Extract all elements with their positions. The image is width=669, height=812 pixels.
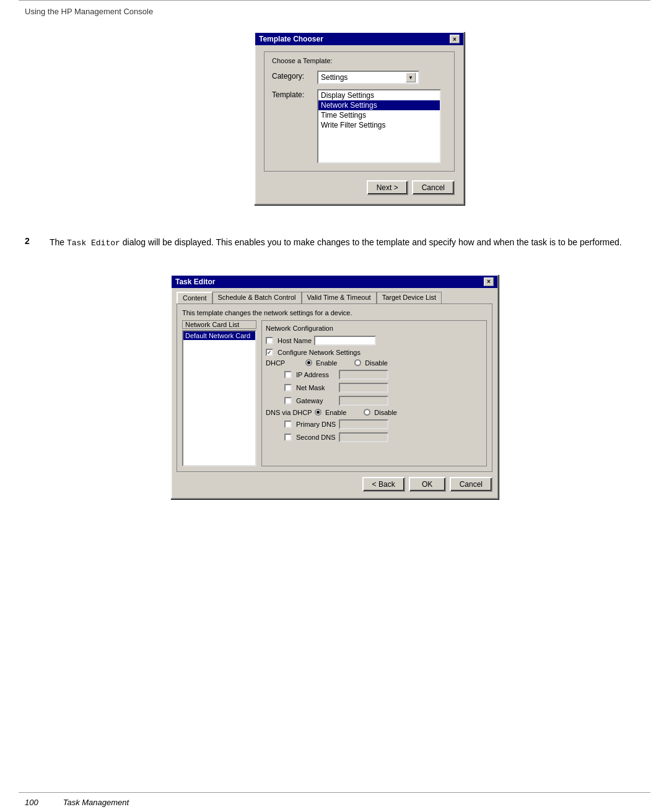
configure-network-label: Configure Network Settings bbox=[278, 349, 361, 356]
second-dns-checkbox[interactable] bbox=[284, 434, 292, 441]
template-row: Template: Display Settings Network Setti… bbox=[272, 89, 447, 164]
tab-target-device[interactable]: Target Device List bbox=[377, 292, 442, 303]
page-header: Using the HP Management Console bbox=[0, 1, 669, 25]
template-chooser-area: Template Chooser × Choose a Template: Ca… bbox=[25, 25, 644, 217]
template-label: Template: bbox=[272, 89, 312, 99]
step2-number: 2 bbox=[25, 236, 37, 250]
dhcp-enable-radio[interactable] bbox=[305, 359, 312, 366]
template-chooser-titlebar: Template Chooser × bbox=[255, 33, 463, 45]
task-cancel-button[interactable]: Cancel bbox=[450, 477, 492, 492]
network-card-listbox[interactable]: Default Network Card bbox=[182, 330, 256, 466]
page-container: Using the HP Management Console Template… bbox=[0, 0, 669, 812]
choose-template-group: Choose a Template: Category: Settings ▼ … bbox=[264, 51, 455, 172]
step2-text: The Task Editor dialog will be displayed… bbox=[50, 236, 622, 250]
cancel-button[interactable]: Cancel bbox=[412, 180, 455, 195]
tab-valid-time[interactable]: Valid Time & Timeout bbox=[302, 292, 377, 303]
ip-address-label: IP Address bbox=[296, 371, 336, 378]
host-name-input[interactable] bbox=[314, 336, 376, 346]
gateway-label: Gateway bbox=[296, 397, 336, 404]
net-mask-label: Net Mask bbox=[296, 384, 336, 391]
footer-page-number: 100 bbox=[25, 798, 38, 807]
category-select[interactable]: Settings ▼ bbox=[317, 71, 419, 84]
template-item-display[interactable]: Display Settings bbox=[318, 90, 440, 100]
template-item-write-filter[interactable]: Write Filter Settings bbox=[318, 120, 440, 130]
host-name-label: Host Name bbox=[278, 337, 312, 344]
dns-enable-radio[interactable] bbox=[315, 409, 321, 416]
category-row: Category: Settings ▼ bbox=[272, 71, 447, 84]
primary-dns-label: Primary DNS bbox=[296, 421, 336, 428]
task-editor-titlebar: Task Editor × bbox=[172, 276, 497, 288]
choose-template-label: Choose a Template: bbox=[272, 57, 447, 64]
gateway-row: Gateway bbox=[284, 396, 483, 406]
primary-dns-input[interactable] bbox=[339, 419, 388, 429]
category-label: Category: bbox=[272, 71, 312, 81]
host-name-checkbox[interactable] bbox=[266, 337, 273, 344]
page-header-text: Using the HP Management Console bbox=[25, 7, 153, 16]
host-name-row: Host Name bbox=[266, 336, 483, 346]
page-footer: 100 Task Management bbox=[0, 793, 669, 812]
step2-paragraph: 2 The Task Editor dialog will be display… bbox=[25, 236, 644, 256]
second-dns-row: Second DNS bbox=[284, 432, 483, 442]
gateway-checkbox[interactable] bbox=[284, 397, 292, 404]
dns-enable-label: Enable bbox=[325, 409, 346, 416]
dhcp-disable-radio[interactable] bbox=[354, 359, 361, 366]
ip-address-input[interactable] bbox=[339, 370, 388, 380]
template-chooser-title: Template Chooser bbox=[259, 35, 323, 43]
network-config-title: Network Configuration bbox=[266, 325, 483, 332]
dhcp-enable-label: Enable bbox=[316, 359, 337, 367]
dhcp-row: DHCP Enable Disable bbox=[266, 359, 483, 367]
next-button[interactable]: Next > bbox=[367, 180, 408, 195]
dhcp-disable-label: Disable bbox=[365, 359, 388, 367]
primary-dns-checkbox[interactable] bbox=[284, 421, 292, 428]
second-dns-label: Second DNS bbox=[296, 434, 336, 441]
gateway-input[interactable] bbox=[339, 396, 388, 406]
back-button[interactable]: < Back bbox=[362, 477, 405, 492]
task-info-text: This template changes the network settin… bbox=[182, 309, 487, 317]
network-card-list-panel: Network Card List Default Network Card bbox=[182, 320, 256, 466]
category-dropdown-arrow[interactable]: ▼ bbox=[406, 72, 416, 82]
net-mask-checkbox[interactable] bbox=[284, 384, 292, 391]
primary-dns-row: Primary DNS bbox=[284, 419, 483, 429]
network-card-list-label: Network Card List bbox=[182, 320, 256, 329]
task-editor-tabs: Content Schedule & Batch Control Valid T… bbox=[177, 292, 492, 303]
category-value: Settings bbox=[321, 73, 348, 82]
task-editor-body: Content Schedule & Batch Control Valid T… bbox=[172, 288, 497, 498]
template-chooser-close-button[interactable]: × bbox=[450, 35, 460, 43]
net-mask-row: Net Mask bbox=[284, 383, 483, 393]
ip-address-checkbox[interactable] bbox=[284, 371, 292, 378]
network-card-default[interactable]: Default Network Card bbox=[183, 331, 255, 340]
dns-disable-radio[interactable] bbox=[364, 409, 370, 416]
configure-network-row: Configure Network Settings bbox=[266, 349, 483, 356]
spacer bbox=[0, 645, 669, 780]
second-dns-input[interactable] bbox=[339, 432, 388, 442]
dhcp-label: DHCP bbox=[266, 359, 303, 367]
ok-button[interactable]: OK bbox=[409, 477, 446, 492]
template-item-network[interactable]: Network Settings bbox=[318, 100, 440, 110]
main-content: Template Chooser × Choose a Template: Ca… bbox=[0, 25, 669, 645]
dns-disable-label: Disable bbox=[374, 409, 397, 416]
net-mask-input[interactable] bbox=[339, 383, 388, 393]
dns-via-dhcp-label: DNS via DHCP bbox=[266, 409, 312, 416]
template-item-time[interactable]: Time Settings bbox=[318, 110, 440, 120]
footer-section-title: Task Management bbox=[63, 798, 129, 807]
template-chooser-body: Choose a Template: Category: Settings ▼ … bbox=[255, 45, 463, 204]
network-config-panel: Network Configuration Host Name bbox=[261, 320, 487, 466]
task-inner-layout: Network Card List Default Network Card N… bbox=[182, 320, 487, 466]
template-chooser-buttons: Next > Cancel bbox=[264, 178, 455, 195]
task-editor-title: Task Editor bbox=[175, 277, 215, 286]
template-listbox[interactable]: Display Settings Network Settings Time S… bbox=[317, 89, 441, 164]
dns-via-dhcp-row: DNS via DHCP Enable Disable bbox=[266, 409, 483, 416]
task-editor-buttons: < Back OK Cancel bbox=[177, 472, 492, 492]
task-editor-area: Task Editor × Content Schedule & Batch C… bbox=[25, 274, 644, 512]
template-chooser-dialog: Template Chooser × Choose a Template: Ca… bbox=[254, 32, 465, 205]
tab-content[interactable]: Content bbox=[177, 292, 212, 303]
task-tab-panel: This template changes the network settin… bbox=[177, 303, 492, 472]
configure-network-checkbox[interactable] bbox=[266, 349, 273, 356]
task-editor-code: Task Editor bbox=[67, 238, 120, 248]
tab-schedule[interactable]: Schedule & Batch Control bbox=[212, 292, 302, 303]
task-editor-dialog: Task Editor × Content Schedule & Batch C… bbox=[170, 274, 499, 499]
task-editor-close-button[interactable]: × bbox=[484, 277, 494, 286]
ip-address-row: IP Address bbox=[284, 370, 483, 380]
